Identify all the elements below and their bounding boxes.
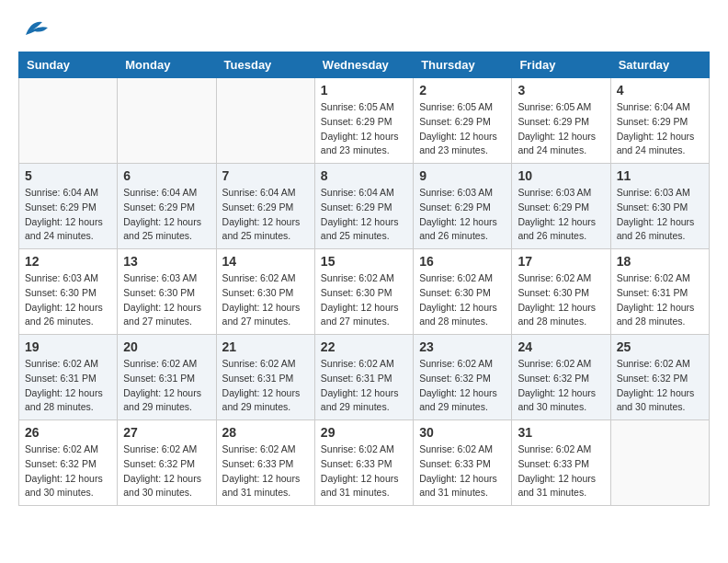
- day-number: 5: [25, 168, 111, 183]
- day-number: 12: [25, 254, 111, 269]
- calendar-cell: 30Sunrise: 6:02 AM Sunset: 6:33 PM Dayli…: [414, 420, 512, 506]
- calendar-cell: 6Sunrise: 6:04 AM Sunset: 6:29 PM Daylig…: [118, 164, 216, 249]
- day-info: Sunrise: 6:04 AM Sunset: 6:29 PM Dayligh…: [617, 100, 703, 158]
- calendar-cell: 11Sunrise: 6:03 AM Sunset: 6:30 PM Dayli…: [610, 164, 709, 249]
- calendar-cell: 9Sunrise: 6:03 AM Sunset: 6:29 PM Daylig…: [414, 164, 512, 249]
- calendar-cell: 24Sunrise: 6:02 AM Sunset: 6:32 PM Dayli…: [512, 335, 610, 420]
- day-info: Sunrise: 6:02 AM Sunset: 6:31 PM Dayligh…: [25, 357, 111, 415]
- calendar-cell: 15Sunrise: 6:02 AM Sunset: 6:30 PM Dayli…: [314, 249, 413, 335]
- day-info: Sunrise: 6:03 AM Sunset: 6:30 PM Dayligh…: [617, 186, 703, 244]
- day-number: 16: [419, 254, 506, 269]
- day-info: Sunrise: 6:04 AM Sunset: 6:29 PM Dayligh…: [25, 186, 111, 244]
- day-number: 24: [518, 339, 604, 354]
- day-number: 3: [518, 83, 604, 98]
- day-info: Sunrise: 6:02 AM Sunset: 6:31 PM Dayligh…: [321, 357, 407, 415]
- day-number: 2: [419, 83, 506, 98]
- day-number: 7: [222, 168, 309, 183]
- calendar-cell: 26Sunrise: 6:02 AM Sunset: 6:32 PM Dayli…: [19, 420, 118, 506]
- day-number: 9: [419, 168, 506, 183]
- calendar-week-row: 1Sunrise: 6:05 AM Sunset: 6:29 PM Daylig…: [19, 78, 710, 164]
- calendar-cell: 7Sunrise: 6:04 AM Sunset: 6:29 PM Daylig…: [216, 164, 314, 249]
- calendar-cell: 12Sunrise: 6:03 AM Sunset: 6:30 PM Dayli…: [19, 249, 118, 335]
- logo: [18, 18, 53, 37]
- calendar-cell: 18Sunrise: 6:02 AM Sunset: 6:31 PM Dayli…: [610, 249, 709, 335]
- day-info: Sunrise: 6:04 AM Sunset: 6:29 PM Dayligh…: [321, 186, 407, 244]
- logo-bird-icon: [24, 18, 50, 37]
- day-info: Sunrise: 6:05 AM Sunset: 6:29 PM Dayligh…: [518, 100, 604, 158]
- day-info: Sunrise: 6:02 AM Sunset: 6:33 PM Dayligh…: [518, 442, 604, 500]
- day-info: Sunrise: 6:02 AM Sunset: 6:32 PM Dayligh…: [518, 357, 604, 415]
- calendar-cell: 5Sunrise: 6:04 AM Sunset: 6:29 PM Daylig…: [19, 164, 118, 249]
- day-number: 26: [25, 425, 111, 440]
- calendar-cell: 16Sunrise: 6:02 AM Sunset: 6:30 PM Dayli…: [414, 249, 512, 335]
- calendar-cell: 13Sunrise: 6:03 AM Sunset: 6:30 PM Dayli…: [118, 249, 216, 335]
- day-info: Sunrise: 6:02 AM Sunset: 6:33 PM Dayligh…: [321, 442, 407, 500]
- day-number: 17: [518, 254, 604, 269]
- day-number: 4: [617, 83, 703, 98]
- calendar-cell: 10Sunrise: 6:03 AM Sunset: 6:29 PM Dayli…: [512, 164, 610, 249]
- weekday-header: Saturday: [610, 52, 709, 78]
- day-number: 18: [617, 254, 703, 269]
- day-info: Sunrise: 6:05 AM Sunset: 6:29 PM Dayligh…: [321, 100, 407, 158]
- day-info: Sunrise: 6:02 AM Sunset: 6:32 PM Dayligh…: [25, 442, 111, 500]
- day-number: 8: [321, 168, 407, 183]
- day-number: 6: [123, 168, 210, 183]
- calendar-cell: 25Sunrise: 6:02 AM Sunset: 6:32 PM Dayli…: [610, 335, 709, 420]
- calendar-cell: 14Sunrise: 6:02 AM Sunset: 6:30 PM Dayli…: [216, 249, 314, 335]
- day-number: 22: [321, 339, 407, 354]
- day-info: Sunrise: 6:03 AM Sunset: 6:30 PM Dayligh…: [123, 271, 210, 329]
- page-header: [18, 18, 710, 37]
- day-info: Sunrise: 6:02 AM Sunset: 6:31 PM Dayligh…: [222, 357, 309, 415]
- calendar-cell: 2Sunrise: 6:05 AM Sunset: 6:29 PM Daylig…: [414, 78, 512, 164]
- day-info: Sunrise: 6:02 AM Sunset: 6:31 PM Dayligh…: [617, 271, 703, 329]
- calendar-cell: [19, 78, 118, 164]
- day-number: 27: [123, 425, 210, 440]
- day-number: 21: [222, 339, 309, 354]
- calendar-cell: 31Sunrise: 6:02 AM Sunset: 6:33 PM Dayli…: [512, 420, 610, 506]
- weekday-header: Tuesday: [216, 52, 314, 78]
- calendar-cell: [216, 78, 314, 164]
- day-number: 1: [321, 83, 407, 98]
- day-info: Sunrise: 6:02 AM Sunset: 6:33 PM Dayligh…: [419, 442, 506, 500]
- calendar-cell: 22Sunrise: 6:02 AM Sunset: 6:31 PM Dayli…: [314, 335, 413, 420]
- day-number: 25: [617, 339, 703, 354]
- weekday-header: Friday: [512, 52, 610, 78]
- day-info: Sunrise: 6:02 AM Sunset: 6:30 PM Dayligh…: [222, 271, 309, 329]
- calendar-cell: 27Sunrise: 6:02 AM Sunset: 6:32 PM Dayli…: [118, 420, 216, 506]
- day-number: 23: [419, 339, 506, 354]
- calendar-cell: 8Sunrise: 6:04 AM Sunset: 6:29 PM Daylig…: [314, 164, 413, 249]
- calendar-week-row: 5Sunrise: 6:04 AM Sunset: 6:29 PM Daylig…: [19, 164, 710, 249]
- weekday-header: Wednesday: [314, 52, 413, 78]
- day-info: Sunrise: 6:02 AM Sunset: 6:32 PM Dayligh…: [419, 357, 506, 415]
- calendar-week-row: 12Sunrise: 6:03 AM Sunset: 6:30 PM Dayli…: [19, 249, 710, 335]
- calendar-cell: 19Sunrise: 6:02 AM Sunset: 6:31 PM Dayli…: [19, 335, 118, 420]
- calendar-week-row: 26Sunrise: 6:02 AM Sunset: 6:32 PM Dayli…: [19, 420, 710, 506]
- day-info: Sunrise: 6:03 AM Sunset: 6:29 PM Dayligh…: [419, 186, 506, 244]
- calendar-week-row: 19Sunrise: 6:02 AM Sunset: 6:31 PM Dayli…: [19, 335, 710, 420]
- day-info: Sunrise: 6:02 AM Sunset: 6:31 PM Dayligh…: [123, 357, 210, 415]
- calendar-table: SundayMondayTuesdayWednesdayThursdayFrid…: [18, 52, 710, 506]
- calendar-cell: 20Sunrise: 6:02 AM Sunset: 6:31 PM Dayli…: [118, 335, 216, 420]
- day-info: Sunrise: 6:05 AM Sunset: 6:29 PM Dayligh…: [419, 100, 506, 158]
- day-info: Sunrise: 6:02 AM Sunset: 6:32 PM Dayligh…: [123, 442, 210, 500]
- day-number: 14: [222, 254, 309, 269]
- weekday-header: Thursday: [414, 52, 512, 78]
- day-number: 29: [321, 425, 407, 440]
- day-number: 13: [123, 254, 210, 269]
- calendar-cell: 3Sunrise: 6:05 AM Sunset: 6:29 PM Daylig…: [512, 78, 610, 164]
- day-number: 28: [222, 425, 309, 440]
- day-number: 10: [518, 168, 604, 183]
- calendar-cell: 1Sunrise: 6:05 AM Sunset: 6:29 PM Daylig…: [314, 78, 413, 164]
- calendar-cell: 29Sunrise: 6:02 AM Sunset: 6:33 PM Dayli…: [314, 420, 413, 506]
- day-info: Sunrise: 6:04 AM Sunset: 6:29 PM Dayligh…: [123, 186, 210, 244]
- day-number: 15: [321, 254, 407, 269]
- day-info: Sunrise: 6:03 AM Sunset: 6:30 PM Dayligh…: [25, 271, 111, 329]
- calendar-header-row: SundayMondayTuesdayWednesdayThursdayFrid…: [19, 52, 710, 78]
- calendar-cell: [610, 420, 709, 506]
- weekday-header: Sunday: [19, 52, 118, 78]
- day-number: 30: [419, 425, 506, 440]
- calendar-cell: 23Sunrise: 6:02 AM Sunset: 6:32 PM Dayli…: [414, 335, 512, 420]
- calendar-cell: 28Sunrise: 6:02 AM Sunset: 6:33 PM Dayli…: [216, 420, 314, 506]
- day-info: Sunrise: 6:02 AM Sunset: 6:30 PM Dayligh…: [321, 271, 407, 329]
- calendar-cell: 21Sunrise: 6:02 AM Sunset: 6:31 PM Dayli…: [216, 335, 314, 420]
